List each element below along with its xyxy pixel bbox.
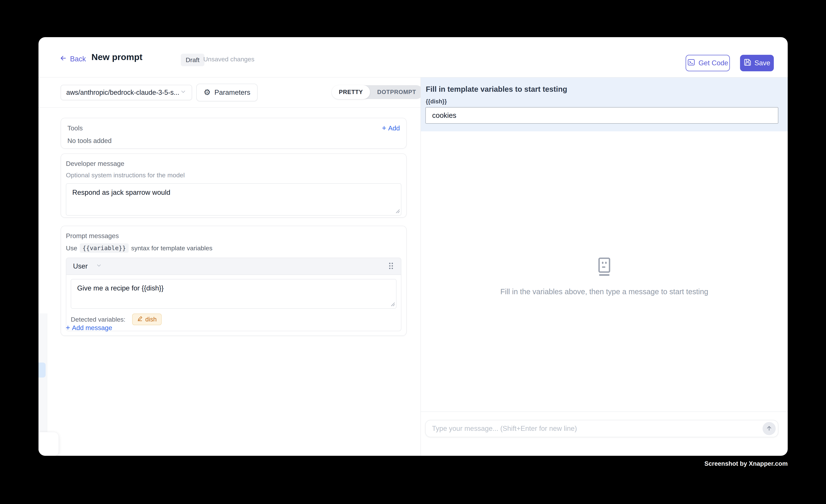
- unsaved-changes-text: Unsaved changes: [203, 56, 254, 63]
- variable-badge-dish[interactable]: dish: [132, 314, 162, 325]
- variable-value-input[interactable]: [425, 107, 778, 124]
- app-window: Back New prompt Draft Unsaved changes Ge…: [39, 37, 788, 456]
- tools-title: Tools: [67, 124, 83, 132]
- hint-prefix: Use: [66, 245, 77, 252]
- chevron-down-icon: [96, 262, 102, 270]
- resize-handle-icon[interactable]: [391, 302, 395, 307]
- terminal-icon: [687, 58, 695, 68]
- add-message-button[interactable]: Add message: [66, 324, 112, 332]
- add-tool-label: Add: [388, 124, 400, 132]
- send-button[interactable]: [763, 422, 776, 435]
- parameters-button[interactable]: Parameters: [196, 84, 257, 101]
- view-mode-toggle: PRETTY DOTPROMPT: [332, 85, 423, 99]
- prompt-messages-title: Prompt messages: [66, 232, 401, 240]
- variable-syntax-chip: {{variable}}: [80, 243, 128, 253]
- arrow-left-icon: [60, 54, 67, 64]
- save-label: Save: [755, 59, 770, 67]
- status-badge: Draft: [181, 54, 204, 66]
- arrow-up-icon: [766, 425, 773, 433]
- model-selector-value: aws/anthropic/bedrock-claude-3-5-s...: [66, 88, 179, 97]
- detected-variables-label: Detected variables:: [71, 316, 125, 323]
- developer-message-title: Developer message: [66, 160, 401, 167]
- variable-syntax-hint: Use {{variable}} syntax for template var…: [66, 243, 401, 253]
- toolbar-divider: [39, 107, 420, 108]
- add-message-label: Add message: [72, 324, 112, 331]
- developer-message-input[interactable]: Respond as jack sparrow would: [66, 184, 401, 215]
- template-variables-title: Fill in template variables to start test…: [426, 85, 567, 93]
- page-title: New prompt: [92, 52, 142, 62]
- empty-state: Fill in the variables above, then type a…: [421, 257, 788, 296]
- resize-handle-icon[interactable]: [396, 209, 400, 214]
- message-block: User Give me a recipe for {{dish}}: [66, 258, 401, 331]
- model-selector[interactable]: aws/anthropic/bedrock-claude-3-5-s...: [61, 85, 192, 100]
- tools-section: Tools Add No tools added: [61, 118, 407, 148]
- variable-badge-label: dish: [145, 316, 157, 323]
- get-code-button[interactable]: Get Code: [686, 55, 730, 71]
- plus-icon: [66, 324, 70, 332]
- developer-message-field-wrap: Respond as jack sparrow would: [66, 183, 401, 215]
- message-content-input[interactable]: Give me a recipe for {{dish}}: [71, 279, 396, 308]
- template-variables-bar: Fill in template variables to start test…: [421, 77, 788, 131]
- save-icon: [744, 58, 752, 68]
- get-code-label: Get Code: [699, 59, 728, 67]
- message-field-wrap: Give me a recipe for {{dish}}: [71, 279, 397, 309]
- tools-empty-text: No tools added: [67, 137, 400, 144]
- prompt-messages-section: Prompt messages Use {{variable}} syntax …: [61, 226, 407, 336]
- message-body: Give me a recipe for {{dish}}: [66, 275, 401, 309]
- empty-state-text: Fill in the variables above, then type a…: [421, 288, 788, 296]
- gear-icon: [204, 88, 211, 97]
- chat-input-bar: [425, 420, 778, 437]
- floating-card-edge: [39, 432, 59, 456]
- pen-icon: [137, 316, 143, 323]
- drag-handle-icon[interactable]: [388, 262, 394, 270]
- back-button[interactable]: Back: [60, 53, 86, 65]
- developer-message-section: Developer message Optional system instru…: [61, 153, 407, 218]
- side-drawer-selected-item: [39, 363, 46, 378]
- watermark-text: Screenshot by Xnapper.com: [704, 460, 788, 467]
- robot-face-icon: [596, 273, 612, 277]
- hint-suffix: syntax for template variables: [131, 245, 213, 252]
- back-label: Back: [70, 55, 86, 63]
- chat-divider: [421, 412, 788, 412]
- chat-message-input[interactable]: [426, 420, 778, 437]
- plus-icon: [382, 124, 386, 132]
- chevron-down-icon: [180, 88, 186, 97]
- parameters-label: Parameters: [215, 88, 250, 97]
- role-value: User: [73, 262, 88, 270]
- variable-name-label: {{dish}}: [426, 98, 447, 105]
- toggle-pretty[interactable]: PRETTY: [332, 85, 370, 99]
- role-selector[interactable]: User: [73, 262, 102, 270]
- toggle-dotprompt[interactable]: DOTPROMPT: [370, 85, 423, 99]
- developer-message-subtitle: Optional system instructions for the mod…: [66, 172, 401, 179]
- add-tool-button[interactable]: Add: [382, 124, 400, 132]
- detected-variables-row: Detected variables: dish: [66, 309, 401, 331]
- message-header: User: [66, 258, 401, 275]
- save-button[interactable]: Save: [740, 55, 774, 71]
